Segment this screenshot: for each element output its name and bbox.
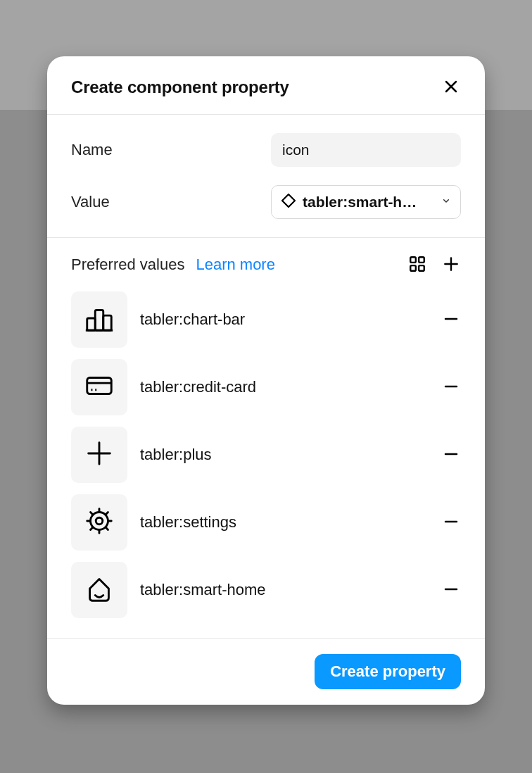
- preferred-value-item: tabler:smart-home: [71, 556, 461, 624]
- svg-rect-2: [410, 265, 416, 271]
- preferred-values-header: Preferred values Learn more: [47, 255, 485, 275]
- minus-icon: [443, 446, 460, 465]
- icon-preview: [71, 494, 127, 551]
- remove-value-button[interactable]: [441, 445, 461, 465]
- grid-icon: [408, 255, 426, 275]
- svg-rect-7: [87, 378, 112, 394]
- preferred-value-label: tabler:chart-bar: [140, 310, 429, 329]
- learn-more-link[interactable]: Learn more: [196, 256, 275, 274]
- preferred-value-label: tabler:smart-home: [140, 581, 429, 599]
- dialog-header: Create component property: [47, 56, 485, 115]
- svg-point-9: [91, 513, 108, 530]
- name-label: Name: [71, 141, 113, 159]
- remove-value-button[interactable]: [441, 377, 461, 397]
- grid-view-button[interactable]: [407, 255, 427, 275]
- dialog-footer: Create property: [47, 638, 485, 705]
- svg-rect-1: [419, 257, 424, 263]
- add-value-button[interactable]: [441, 255, 461, 275]
- close-button[interactable]: [441, 77, 461, 97]
- dialog-title: Create component property: [71, 77, 289, 97]
- settings-icon: [83, 505, 115, 540]
- remove-value-button[interactable]: [441, 580, 461, 600]
- preferred-value-item: tabler:chart-bar: [71, 286, 461, 353]
- preferred-value-label: tabler:settings: [140, 513, 429, 532]
- minus-icon: [443, 581, 460, 600]
- create-property-button[interactable]: Create property: [315, 654, 461, 689]
- credit-card-icon: [83, 370, 115, 405]
- svg-point-8: [96, 517, 103, 524]
- value-select[interactable]: tabler:smart-h…: [271, 185, 461, 219]
- plus-icon: [442, 255, 460, 275]
- preferred-values-list: tabler:chart-bar tabler:credit-card: [47, 286, 485, 638]
- svg-rect-4: [87, 318, 96, 330]
- icon-preview: [71, 427, 127, 483]
- remove-value-button[interactable]: [441, 310, 461, 329]
- minus-icon: [443, 513, 460, 532]
- svg-rect-6: [103, 315, 112, 330]
- smart-home-icon: [83, 572, 115, 608]
- preferred-value-label: tabler:credit-card: [140, 378, 429, 396]
- icon-preview: [71, 291, 127, 348]
- svg-rect-5: [95, 310, 103, 331]
- divider: [47, 237, 485, 238]
- remove-value-button[interactable]: [441, 513, 461, 532]
- chevron-down-icon: [441, 195, 452, 209]
- minus-icon: [443, 378, 460, 397]
- preferred-value-item: tabler:settings: [71, 489, 461, 556]
- svg-rect-0: [410, 257, 416, 263]
- close-icon: [443, 78, 460, 97]
- plus-icon: [83, 437, 115, 472]
- chart-bar-icon: [83, 302, 115, 337]
- value-field-row: Value tabler:smart-h…: [71, 185, 461, 219]
- minus-icon: [443, 310, 460, 329]
- preferred-value-item: tabler:credit-card: [71, 353, 461, 421]
- create-property-dialog: Create component property Name Value tab…: [47, 56, 485, 705]
- value-select-text: tabler:smart-h…: [303, 194, 435, 210]
- dialog-backdrop: Create component property Name Value tab…: [0, 0, 532, 773]
- icon-preview: [71, 562, 127, 618]
- svg-rect-3: [419, 265, 424, 271]
- fields-section: Name Value tabler:smart-h…: [47, 115, 485, 237]
- value-label: Value: [71, 193, 110, 211]
- icon-preview: [71, 359, 127, 415]
- preferred-value-item: tabler:plus: [71, 421, 461, 489]
- component-icon: [280, 192, 297, 212]
- name-input[interactable]: [271, 133, 461, 167]
- name-field-row: Name: [71, 133, 461, 167]
- preferred-header-actions: [407, 255, 461, 275]
- preferred-value-label: tabler:plus: [140, 446, 429, 464]
- preferred-values-title: Preferred values: [71, 256, 184, 274]
